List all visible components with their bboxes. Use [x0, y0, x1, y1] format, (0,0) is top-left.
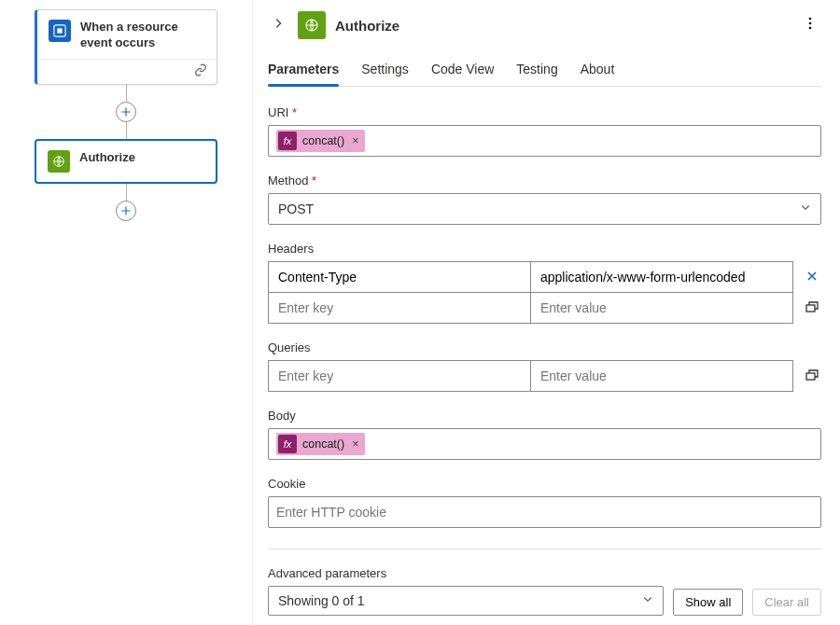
method-value: POST	[278, 201, 314, 216]
connector	[22, 85, 230, 139]
divider	[268, 549, 821, 549]
connector-end	[22, 184, 230, 221]
header-key-input[interactable]	[269, 262, 530, 292]
panel-tabs: Parameters Settings Code View Testing Ab…	[268, 58, 821, 87]
svg-rect-1	[57, 28, 62, 33]
link-icon	[194, 63, 207, 80]
method-label: Method	[268, 174, 308, 188]
body-label: Body	[268, 409, 821, 423]
svg-point-5	[809, 22, 812, 25]
remove-header-icon[interactable]	[803, 267, 821, 289]
workflow-canvas: When a resource event occurs Authorize	[0, 0, 252, 625]
uri-input[interactable]: fx concat() ×	[268, 125, 821, 157]
tab-code-view[interactable]: Code View	[431, 58, 494, 86]
query-key-input[interactable]	[269, 361, 530, 391]
remove-chip-icon[interactable]: ×	[350, 134, 363, 147]
queries-table	[268, 360, 793, 392]
add-step-button[interactable]	[116, 102, 136, 122]
clear-all-button: Clear all	[752, 589, 821, 616]
action-node-authorize[interactable]: Authorize	[35, 139, 217, 184]
required-asterisk: *	[312, 174, 316, 188]
switch-mode-icon[interactable]	[803, 297, 821, 319]
body-input[interactable]: fx concat() ×	[268, 428, 821, 460]
fx-icon: fx	[278, 435, 297, 453]
action-title: Authorize	[79, 150, 135, 166]
required-asterisk: *	[292, 105, 297, 119]
header-value-input[interactable]	[531, 293, 792, 323]
queries-label: Queries	[268, 340, 821, 354]
headers-table	[268, 261, 793, 324]
headers-row-new	[269, 292, 792, 323]
http-icon	[298, 11, 326, 39]
cookie-input-wrap	[268, 496, 821, 528]
remove-chip-icon[interactable]: ×	[350, 438, 363, 451]
svg-point-6	[809, 27, 812, 30]
svg-rect-7	[806, 305, 815, 312]
trigger-title: When a resource event occurs	[80, 20, 205, 51]
more-menu-icon[interactable]	[799, 12, 821, 38]
cookie-input[interactable]	[276, 501, 813, 523]
switch-mode-icon[interactable]	[803, 365, 821, 387]
cookie-label: Cookie	[268, 477, 821, 491]
uri-label: URI	[268, 105, 288, 119]
advanced-select[interactable]: Showing 0 of 1	[268, 586, 664, 616]
fx-icon: fx	[278, 132, 297, 150]
headers-label: Headers	[268, 242, 821, 256]
tab-parameters[interactable]: Parameters	[268, 58, 339, 86]
tab-testing[interactable]: Testing	[516, 58, 557, 86]
svg-point-4	[809, 18, 812, 21]
add-step-button-end[interactable]	[116, 201, 136, 221]
trigger-node[interactable]: When a resource event occurs	[35, 9, 217, 85]
http-icon	[48, 150, 70, 173]
event-grid-icon	[49, 20, 71, 42]
method-select[interactable]: POST	[268, 193, 821, 225]
tab-about[interactable]: About	[581, 58, 615, 86]
collapse-panel-chevron-icon[interactable]	[268, 15, 288, 35]
svg-rect-8	[806, 373, 815, 380]
queries-row-new	[269, 361, 792, 391]
action-panel: Authorize Parameters Settings Code View …	[252, 0, 840, 625]
uri-expression-chip[interactable]: fx concat() ×	[276, 130, 365, 152]
show-all-button[interactable]: Show all	[673, 589, 743, 616]
tab-settings[interactable]: Settings	[361, 58, 409, 86]
chevron-down-icon	[642, 592, 653, 607]
headers-row	[269, 262, 792, 292]
advanced-select-text: Showing 0 of 1	[278, 593, 365, 608]
header-value-input[interactable]	[531, 262, 792, 292]
uri-expression-text: concat()	[302, 134, 344, 147]
panel-title: Authorize	[335, 18, 790, 34]
body-expression-text: concat()	[302, 438, 344, 451]
header-key-input[interactable]	[269, 293, 530, 323]
query-value-input[interactable]	[531, 361, 792, 391]
body-expression-chip[interactable]: fx concat() ×	[276, 433, 365, 455]
advanced-label: Advanced parameters	[268, 566, 821, 580]
chevron-down-icon	[800, 201, 811, 215]
